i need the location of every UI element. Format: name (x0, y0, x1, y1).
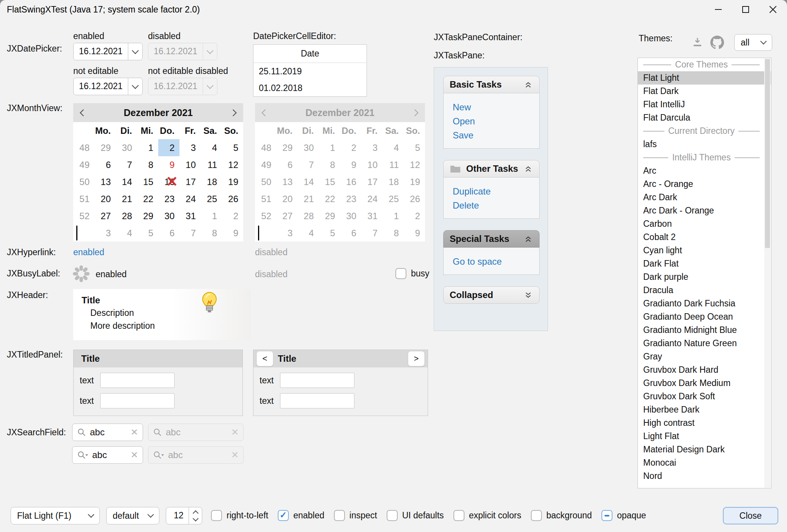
taskpane-link[interactable]: Open (453, 114, 539, 128)
theme-list-item[interactable]: Arc (638, 164, 771, 177)
theme-list-item[interactable]: Gradianto Deep Ocean (638, 310, 771, 323)
table-column-header[interactable]: Date (253, 45, 367, 63)
spinner-buttons[interactable] (189, 507, 202, 524)
maximize-button[interactable] (734, 0, 757, 19)
calendar-cell[interactable]: 3 (179, 139, 201, 156)
text-input[interactable] (280, 373, 354, 388)
calendar-cell[interactable]: 7 (116, 156, 137, 173)
calendar-cell[interactable]: 26 (222, 190, 243, 207)
clear-icon[interactable]: ✕ (131, 450, 138, 460)
calendar-cell[interactable]: 4 (116, 224, 137, 242)
calendar-cell[interactable]: 23 (158, 190, 179, 207)
theme-list-item[interactable]: Gruvbox Dark Medium (638, 377, 771, 390)
hyperlink-enabled[interactable]: enabled (73, 247, 104, 257)
checkbox-box[interactable] (278, 510, 289, 521)
calendar-cell[interactable]: Mi. (137, 122, 158, 139)
calendar-cell[interactable]: Fr. (179, 122, 201, 139)
calendar-cell[interactable]: 29 (137, 207, 158, 224)
calendar-cell[interactable]: 20 (94, 190, 116, 207)
calendar-cell[interactable]: Do. (158, 122, 179, 139)
calendar-cell[interactable]: 28 (116, 207, 137, 224)
option-checkbox[interactable]: explicit colors (453, 510, 521, 521)
theme-list-item[interactable]: Cobalt 2 (638, 231, 771, 244)
calendar-cell[interactable] (73, 224, 94, 242)
taskpane-link[interactable]: Delete (453, 198, 539, 212)
calendar-cell[interactable]: 16 (158, 173, 179, 190)
checkbox-box[interactable] (453, 510, 464, 521)
taskpane-link[interactable]: Duplicate (453, 184, 539, 198)
calendar-cell[interactable]: 2 (222, 207, 243, 224)
theme-list-item[interactable]: Flat Light (638, 71, 771, 85)
theme-list-item[interactable]: Gruvbox Dark Hard (638, 363, 771, 377)
minimize-button[interactable] (707, 0, 730, 19)
datepicker-value[interactable]: 16.12.2021 (74, 43, 128, 60)
calendar-cell[interactable]: So. (222, 122, 243, 139)
theme-list-item[interactable]: Flat IntelliJ (638, 98, 771, 111)
option-checkbox[interactable]: inspect (334, 510, 377, 521)
theme-list-item[interactable]: High contrast (638, 416, 771, 430)
option-checkbox[interactable]: background (531, 510, 592, 521)
taskpane-header[interactable]: Other Tasks (443, 160, 540, 177)
theme-list-item[interactable]: Gradianto Dark Fuchsia (638, 297, 771, 310)
scrollbar-thumb[interactable] (765, 59, 770, 248)
calendar-cell[interactable]: 6 (158, 224, 179, 242)
github-icon[interactable] (710, 36, 724, 52)
theme-list-item[interactable]: lafs (638, 138, 771, 151)
theme-list-item[interactable]: Arc Dark (638, 191, 771, 204)
calendar-cell[interactable] (73, 122, 94, 139)
calendar-cell[interactable]: 9 (222, 224, 243, 242)
theme-list-item[interactable]: Cyan light (638, 244, 771, 257)
calendar-cell[interactable]: 4 (201, 139, 222, 156)
theme-list-item[interactable]: Hiberbee Dark (638, 403, 771, 416)
theme-list-item[interactable]: Gray (638, 350, 771, 363)
calendar-cell[interactable]: 5 (222, 139, 243, 156)
theme-list-item[interactable]: Arc - Orange (638, 177, 771, 191)
calendar-cell[interactable]: 21 (116, 190, 137, 207)
checkbox-box[interactable] (211, 510, 222, 521)
table-row[interactable]: 25.11.2019 (253, 63, 367, 80)
calendar-cell[interactable]: 1 (137, 139, 158, 156)
calendar-cell[interactable]: 50 (73, 173, 94, 190)
theme-list-item[interactable]: Carbon (638, 217, 771, 231)
datepicker-enabled[interactable]: 16.12.2021 (73, 43, 143, 60)
theme-list-item[interactable]: Core Themes (638, 58, 771, 71)
theme-list-item[interactable]: Gradianto Nature Green (638, 337, 771, 350)
taskpane-header[interactable]: Collapsed (443, 286, 540, 304)
calendar-cell[interactable]: 6 (94, 156, 116, 173)
datepicker-dropdown-button[interactable] (128, 43, 142, 60)
theme-list-item[interactable]: Current Directory (638, 124, 771, 138)
text-input[interactable] (100, 373, 175, 388)
taskpane-link[interactable]: Go to space (453, 254, 539, 268)
calendar-cell[interactable]: 29 (94, 139, 116, 156)
calendar-cell[interactable]: 9 (158, 156, 179, 173)
font-size-spinner[interactable]: 12 (166, 507, 202, 524)
calendar-cell[interactable]: 2 (158, 139, 179, 156)
calendar-cell[interactable]: 14 (116, 173, 137, 190)
calendar-cell[interactable]: 19 (222, 173, 243, 190)
spinner-value[interactable]: 12 (166, 507, 189, 524)
calendar-cell[interactable]: 25 (201, 190, 222, 207)
checkbox-box[interactable] (334, 510, 345, 521)
theme-list-item[interactable]: Nord (638, 469, 771, 483)
datepicker-not-editable[interactable]: 16.12.2021 (73, 78, 143, 95)
calendar-cell[interactable]: 18 (201, 173, 222, 190)
collapse-chevron-icon[interactable] (523, 164, 533, 174)
calendar-cell[interactable]: 8 (137, 156, 158, 173)
next-month-icon[interactable] (230, 109, 236, 116)
calendar-cell[interactable]: 11 (201, 156, 222, 173)
calendar-cell[interactable]: Di. (116, 122, 137, 139)
taskpane-header[interactable]: Special Tasks (443, 230, 540, 248)
searchfield-enabled[interactable]: abc ✕ (72, 424, 143, 441)
close-button[interactable]: Close (723, 507, 778, 524)
calendar-cell[interactable]: 51 (73, 190, 94, 207)
datepicker-value[interactable]: 16.12.2021 (74, 78, 128, 95)
themes-filter-combo[interactable]: all (734, 34, 772, 51)
theme-list-item[interactable]: Dark purple (638, 270, 771, 284)
theme-list-item[interactable]: Material Design Dark (638, 443, 771, 456)
calendar-cell[interactable]: 15 (137, 173, 158, 190)
checkbox-box[interactable] (601, 510, 612, 521)
search-input[interactable]: abc (92, 450, 127, 460)
calendar-cell[interactable]: 31 (179, 207, 201, 224)
expand-chevron-icon[interactable] (523, 290, 533, 300)
theme-list-item[interactable]: Gruvbox Dark Soft (638, 390, 771, 403)
